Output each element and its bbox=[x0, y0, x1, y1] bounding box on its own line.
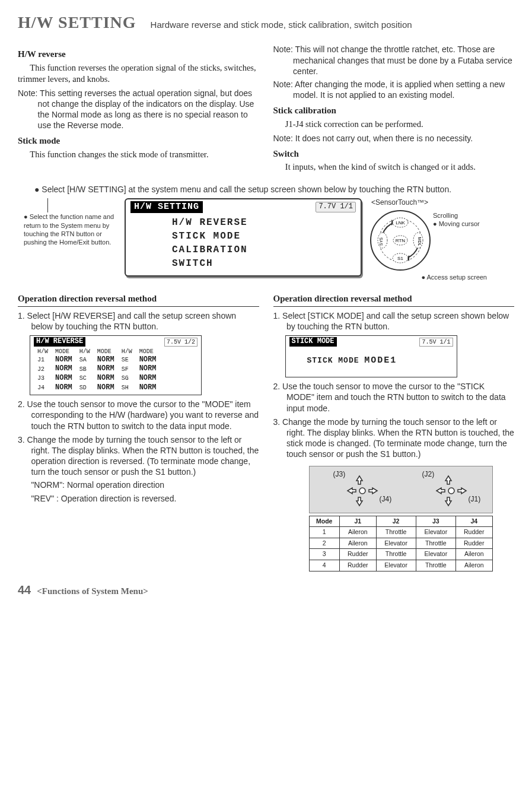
left-step-2: 2. Use the touch sensor to move the curs… bbox=[18, 399, 259, 431]
label-moving-cursor: ● Moving cursor bbox=[433, 220, 480, 228]
left-step-3: 3. Change the mode by turning the touch … bbox=[18, 434, 259, 478]
stick-calibration-heading: Stick calibration bbox=[273, 105, 515, 117]
lcd-menu-item: SWITCH bbox=[172, 258, 356, 270]
caption-return-system-menu: ● Select the function name and return to… bbox=[18, 212, 119, 246]
svg-point-14 bbox=[359, 488, 365, 494]
label-j3: (J3) bbox=[333, 470, 346, 480]
def-norm: "NORM": Normal operation direction bbox=[18, 480, 259, 490]
svg-text:MDL: MDL bbox=[418, 237, 422, 246]
label-access-setup: ● Access setup screen bbox=[368, 273, 489, 281]
lcd-title: H/W REVERSE bbox=[34, 337, 85, 347]
lcd-menu-item: CALIBRATION bbox=[172, 244, 356, 256]
hw-reverse-note: Note: This setting reverses the actual o… bbox=[18, 88, 259, 131]
stick-mode-body: This function changes the stick mode of … bbox=[18, 149, 259, 160]
lcd-field-value: MODE1 bbox=[364, 355, 397, 366]
instruction-select-hw-setting: ● Select [H/W SETTING] at the system men… bbox=[18, 184, 514, 195]
lcd-hw-setting-screen: H/W SETTING 7.7V 1/1 H/W REVERSE STICK M… bbox=[125, 198, 362, 277]
footer-section-label: <Functions of System Menu> bbox=[37, 586, 148, 598]
label-j1: (J1) bbox=[469, 495, 481, 504]
lcd-title: STICK MODE bbox=[289, 337, 337, 347]
stick-calibration-note: Note: It does not carry out, when there … bbox=[273, 133, 515, 144]
left-step-1: 1. Select [H/W REVERSE] and call the set… bbox=[18, 310, 259, 332]
svg-text:S1: S1 bbox=[397, 256, 403, 261]
lcd-hw-reverse-screen: H/W REVERSE 7.5V 1/2 H/WMODEH/WMODEH/WMO… bbox=[30, 335, 202, 395]
note-new-model: Note: After changing the mode, it is app… bbox=[273, 79, 515, 100]
stick-arrows-right-icon bbox=[434, 474, 469, 508]
svg-text:SYS: SYS bbox=[379, 237, 383, 246]
lcd-stick-mode-screen: STICK MODE 7.5V 1/1 STICK MODE MODE1 bbox=[285, 335, 457, 377]
right-step-3: 3. Change the mode by turning the touch … bbox=[273, 417, 515, 460]
stick-arrows-left-icon bbox=[345, 474, 380, 508]
sensortouch-label: <SensorTouch™> bbox=[371, 198, 428, 207]
right-step-2: 2. Use the touch sensor to move the curs… bbox=[273, 381, 515, 414]
page-number: 44 bbox=[18, 582, 31, 598]
label-j2: (J2) bbox=[422, 470, 435, 480]
lcd-page-indicator: 7.7V 1/1 bbox=[316, 202, 356, 212]
lcd-menu-item: H/W REVERSE bbox=[172, 217, 356, 229]
lcd-title: H/W SETTING bbox=[130, 201, 203, 213]
page-subtitle: Hardware reverse and stick mode, stick c… bbox=[151, 19, 412, 31]
stick-diagram: (J3) (J2) (J4) (J1) bbox=[309, 466, 493, 513]
svg-point-15 bbox=[448, 488, 454, 494]
lcd-page-indicator: 7.5V 1/1 bbox=[419, 338, 453, 347]
hw-reverse-heading: H/W reverse bbox=[18, 49, 259, 61]
switch-body: It inputs, when the kind of switch is ch… bbox=[273, 161, 515, 173]
label-scrolling: Scrolling bbox=[433, 211, 480, 220]
def-rev: "REV" : Operation direction is reversed. bbox=[18, 493, 259, 504]
page-title: H/W SETTING bbox=[18, 12, 136, 33]
hw-reverse-body: This function reverses the operation sig… bbox=[18, 62, 259, 85]
stick-mode-heading: Stick mode bbox=[18, 135, 259, 147]
switch-heading: Switch bbox=[273, 148, 515, 160]
lcd-menu-item: STICK MODE bbox=[172, 230, 356, 243]
note-ratchet: Note: This will not change the throttle … bbox=[273, 44, 515, 77]
svg-text:LNK: LNK bbox=[396, 220, 405, 226]
lcd-page-indicator: 7.5V 1/2 bbox=[164, 338, 197, 347]
right-step-1: 1. Select [STICK MODE] and call the setu… bbox=[273, 310, 515, 332]
sensortouch-icon: LNK SYS MDL S1 RTN bbox=[368, 208, 433, 273]
stick-mode-table: ModeJ1J2J3J41AileronThrottleElevatorRudd… bbox=[309, 516, 493, 571]
subhead-op-reversal-left: Operation direction reversal method bbox=[18, 293, 259, 307]
stick-calibration-body: J1-J4 stick correction can be performed. bbox=[273, 119, 515, 130]
svg-text:RTN: RTN bbox=[396, 238, 406, 243]
label-j4: (J4) bbox=[380, 495, 392, 504]
lcd-field-label: STICK MODE bbox=[307, 356, 359, 365]
subhead-op-reversal-right: Operation direction reversal method bbox=[273, 293, 515, 307]
